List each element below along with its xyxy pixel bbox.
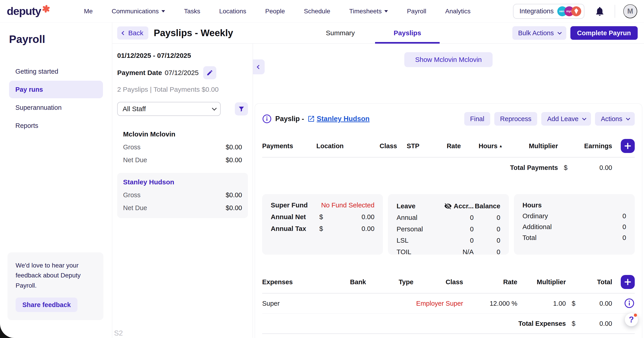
gross-value: $0.00 (226, 143, 242, 151)
reprocess-button[interactable]: Reprocess (494, 112, 538, 126)
total-payments-value: 0.00 (573, 164, 612, 171)
user-avatar[interactable]: M (623, 4, 637, 18)
leave-accrued: 0 (440, 236, 474, 245)
total-expenses-label: Total Expenses (517, 320, 566, 327)
nav-communications[interactable]: Communications (112, 8, 165, 15)
col-stp: STP (407, 142, 427, 150)
col-hours-sort[interactable]: Hours▲ (461, 142, 503, 150)
nav-timesheets[interactable]: Timesheets (349, 8, 388, 15)
leave-accrued: N/A (440, 247, 474, 257)
nav-locations[interactable]: Locations (219, 8, 246, 15)
help-button[interactable]: ? (625, 313, 638, 326)
actions-button[interactable]: Actions (595, 112, 635, 126)
primary-nav: Me Communications Tasks Locations People… (84, 8, 470, 15)
filter-button[interactable] (235, 102, 248, 115)
nav-me[interactable]: Me (84, 8, 93, 15)
payrun-summary: 2 Payslips | Total Payments $0.00 (117, 86, 248, 93)
nav-tasks[interactable]: Tasks (184, 8, 200, 15)
chevron-down-icon (582, 116, 586, 120)
hours-label: Ordinary (522, 212, 601, 220)
col-type: Type (366, 278, 414, 286)
sidebar-item-superannuation[interactable]: Superannuation (9, 99, 103, 116)
hours-value: 0 (601, 212, 626, 220)
payment-date-row: Payment Date 07/12/2025 (117, 66, 248, 79)
payrun-details-panel: 01/12/2025 - 07/12/2025 Payment Date 07/… (112, 44, 253, 338)
feedback-message: We'd love to hear your feedback about De… (16, 260, 95, 291)
payrun-header: Back Payslips - Weekly Summary Payslips … (112, 23, 644, 44)
integrations-button[interactable]: Integrations xero myo (513, 4, 584, 19)
leave-title: Leave (396, 201, 440, 211)
edit-payment-date-button[interactable] (203, 66, 216, 79)
nav-divider (615, 5, 615, 18)
payslip-actions: Final Reprocess Add Leave Actions (464, 112, 635, 126)
payslip-card-header: Payslip - Stanley Hudson Final Reprocess… (262, 112, 635, 126)
lightspeed-badge-icon (571, 6, 581, 16)
summary-panels: Super Fund No Fund Selected Annual Net $… (262, 194, 635, 255)
col-total: Total (580, 278, 612, 286)
nav-people[interactable]: People (265, 8, 285, 15)
balance-label: Balance (474, 201, 500, 211)
expense-total: 0.00 (580, 300, 612, 307)
sidebar-item-reports[interactable]: Reports (9, 117, 103, 134)
net-due-value: $0.00 (226, 156, 242, 164)
final-button[interactable]: Final (464, 112, 490, 126)
tab-payslips[interactable]: Payslips (375, 23, 440, 43)
total-expenses-value: 0.00 (580, 320, 612, 327)
leave-accrued-header: Accr... (440, 201, 474, 211)
show-other-payslip-button[interactable]: Show Mclovin Mclovin (404, 52, 492, 67)
panel-footnote: S2 (114, 329, 123, 337)
staff-net-row: Net Due $0.00 (123, 156, 242, 164)
super-fund-value: No Fund Selected (319, 201, 374, 209)
staff-filter-select[interactable]: All Staff (117, 102, 220, 116)
staff-list-item-stanley[interactable]: Stanley Hudson Gross $0.00 Net Due $0.00 (117, 173, 248, 218)
back-button[interactable]: Back (117, 27, 148, 40)
deputy-logo-text: deputy (7, 6, 41, 17)
nav-analytics[interactable]: Analytics (445, 8, 470, 15)
payroll-sidebar: Payroll Getting started Pay runs Superan… (0, 23, 112, 338)
notification-dot (634, 313, 637, 317)
currency-symbol: $ (558, 164, 573, 171)
chevron-down-icon (162, 10, 165, 13)
leave-balance: 0 (474, 247, 500, 257)
collapse-panel-button[interactable] (253, 60, 265, 74)
eye-off-icon[interactable] (444, 202, 452, 210)
super-fund-panel: Super Fund No Fund Selected Annual Net $… (262, 194, 383, 255)
top-nav: deputy Me Communications Tasks Locations… (0, 0, 644, 23)
bulk-actions-label: Bulk Actions (518, 29, 554, 37)
col-bank: Bank (330, 278, 366, 286)
col-earnings: Earnings (573, 142, 612, 150)
tab-summary[interactable]: Summary (307, 23, 373, 43)
integration-badges: xero myo (557, 6, 581, 16)
deputy-logo[interactable]: deputy (7, 6, 50, 17)
sidebar-item-getting-started[interactable]: Getting started (9, 63, 103, 80)
net-due-label: Net Due (123, 204, 147, 212)
sidebar-item-pay-runs[interactable]: Pay runs (9, 81, 103, 98)
integrations-label: Integrations (519, 8, 554, 15)
staff-list-item-mclovin[interactable]: Mclovin Mclovin Gross $0.00 Net Due $0.0… (117, 125, 248, 170)
currency-symbol: $ (319, 225, 330, 232)
total-payments-row: Total Payments $ 0.00 (262, 157, 635, 178)
share-feedback-button[interactable]: Share feedback (16, 297, 78, 312)
col-expenses: Expenses (262, 278, 330, 286)
add-expense-button[interactable] (621, 275, 635, 289)
chevron-down-icon (384, 10, 388, 13)
add-payment-button[interactable] (621, 139, 635, 153)
deputy-payroll-app: deputy Me Communications Tasks Locations… (0, 0, 644, 338)
notifications-bell-icon[interactable] (594, 6, 605, 17)
complete-payrun-button[interactable]: Complete Payrun (570, 26, 638, 40)
page-title: Payslips - Weekly (154, 28, 233, 39)
col-multiplier: Multiplier (503, 142, 558, 150)
employee-payslip-link[interactable]: Stanley Hudson (307, 115, 370, 123)
chevron-left-icon (257, 65, 261, 69)
nav-payroll[interactable]: Payroll (407, 8, 426, 15)
info-icon[interactable] (262, 114, 272, 124)
nav-right: Integrations xero myo M (513, 4, 637, 19)
chevron-down-icon (558, 30, 562, 34)
total-expenses-row: Total Expenses $ 0.00 (262, 313, 635, 333)
hours-value: 0 (601, 234, 626, 241)
bulk-actions-button[interactable]: Bulk Actions (512, 26, 566, 40)
add-leave-button[interactable]: Add Leave (541, 112, 591, 126)
nav-schedule[interactable]: Schedule (304, 8, 330, 15)
gross-value: $0.00 (226, 191, 242, 199)
expense-info-icon[interactable] (624, 298, 635, 309)
